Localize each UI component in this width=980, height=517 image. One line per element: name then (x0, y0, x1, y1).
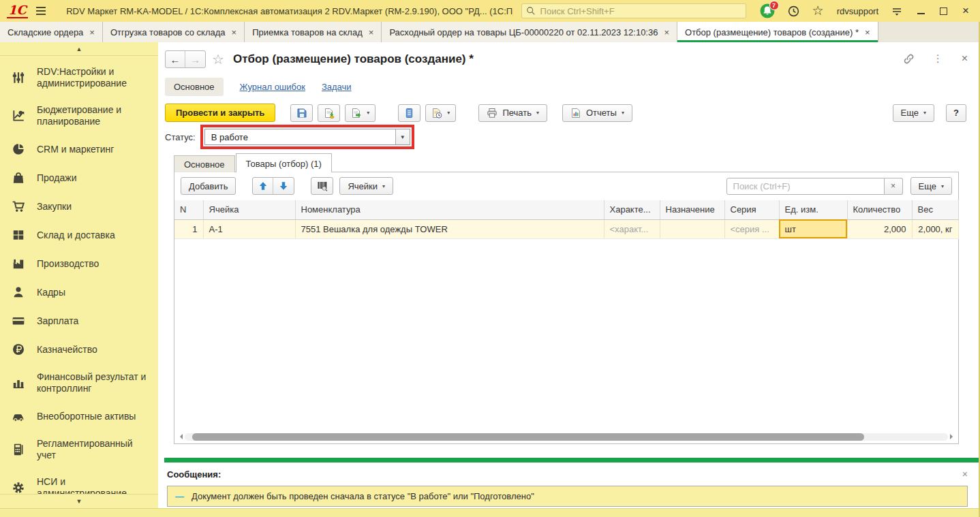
favorite-star-icon[interactable]: ☆ (212, 51, 224, 67)
sidebar-collapse-up[interactable]: ▲ (0, 42, 158, 56)
gear-icon (12, 481, 25, 494)
sidebar-item-regulated-accounting[interactable]: Регламентированный учет (0, 430, 158, 469)
col-cell[interactable]: Ячейка (203, 200, 295, 219)
notifications-button[interactable]: 7 (760, 3, 775, 18)
post-document-button[interactable] (318, 104, 340, 122)
navlink-main[interactable]: Основное (165, 78, 224, 96)
inner-tab-main[interactable]: Основное (174, 155, 235, 172)
sidebar-item-crm[interactable]: CRM и маркетинг (0, 135, 158, 163)
sidebar-item-treasury[interactable]: Казначейство (0, 335, 158, 364)
col-series[interactable]: Серия (724, 200, 779, 219)
sidebar-item-hr[interactable]: Кадры (0, 278, 158, 307)
col-n[interactable]: N (174, 200, 203, 219)
cell-n[interactable]: 1 (174, 219, 203, 238)
table-row[interactable]: 1 А-1 7551 Вешалка для одежды TOWER <хар… (174, 219, 958, 238)
move-row-down-button[interactable] (273, 178, 294, 194)
bank-card-icon (12, 314, 25, 328)
message-item[interactable]: — Документ должен быть проведен сначала … (167, 486, 968, 507)
sidebar-item-fixed-assets[interactable]: Внеоборотные активы (0, 402, 158, 430)
person-icon (12, 285, 25, 299)
help-button[interactable]: ? (946, 104, 966, 122)
col-weight[interactable]: Вес (912, 200, 958, 219)
cell-cell[interactable]: А-1 (203, 219, 295, 238)
col-characteristic[interactable]: Характе... (604, 200, 660, 219)
close-icon[interactable]: × (865, 27, 870, 37)
sidebar-collapse-down[interactable]: ▼ (0, 494, 158, 507)
cell-nomenclature[interactable]: 7551 Вешалка для одежды TOWER (295, 219, 604, 238)
create-based-on-button[interactable]: ▾ (345, 104, 376, 122)
history-icon[interactable] (788, 5, 799, 17)
document-close-icon[interactable]: × (962, 52, 968, 65)
sidebar-item-purchases[interactable]: Закупки (0, 192, 158, 221)
username[interactable]: rdvsupport (837, 6, 878, 16)
close-icon[interactable]: × (369, 27, 374, 37)
history-back-button[interactable]: ← (166, 51, 185, 67)
sidebar-item-nsi-administration[interactable]: НСИ и администрирование (0, 469, 158, 494)
sidebar-item-warehouse[interactable]: Склад и доставка (0, 221, 158, 249)
global-search-input[interactable] (539, 5, 741, 17)
service-menu-icon[interactable] (891, 5, 902, 16)
cell-characteristic[interactable]: <характ... (604, 219, 660, 238)
sidebar-item-rdv-settings[interactable]: RDV:Настройки и администрирование (0, 59, 158, 97)
favorites-star-icon[interactable]: ☆ (812, 5, 824, 17)
move-row-up-button[interactable] (253, 178, 273, 194)
document-log-button[interactable]: ▾ (425, 104, 456, 122)
tab-receiving[interactable]: Приемка товаров на склад × (245, 22, 382, 42)
tab-picking-placement[interactable]: Отбор (размещение) товаров (создание) * … (677, 22, 878, 42)
more-menu-icon[interactable]: ⋮ (933, 52, 943, 65)
horizontal-scrollbar[interactable] (174, 431, 958, 442)
inner-tab-goods[interactable]: Товары (отбор) (1) (236, 153, 332, 172)
save-button[interactable] (290, 104, 313, 122)
add-row-button[interactable]: Добавить (181, 177, 236, 195)
sidebar-item-salary[interactable]: Зарплата (0, 307, 158, 335)
scrollbar-thumb[interactable] (192, 433, 864, 441)
cell-unit-selected[interactable]: шт (779, 219, 847, 238)
sidebar-item-budgeting[interactable]: Бюджетирование и планирование (0, 97, 158, 135)
window-maximize-button[interactable] (940, 7, 947, 15)
status-combobox[interactable]: В работе ▼ (204, 129, 410, 145)
table-search-input[interactable] (726, 178, 885, 195)
navlink-error-log[interactable]: Журнал ошибок (240, 82, 305, 92)
navlink-tasks[interactable]: Задачи (322, 82, 352, 92)
more-button[interactable]: Еще ▾ (893, 104, 934, 122)
post-document-icon (324, 108, 335, 119)
close-icon[interactable]: × (89, 27, 95, 37)
table-more-button[interactable]: Еще ▾ (910, 177, 952, 195)
cell-assignment[interactable] (660, 219, 724, 238)
tab-warehouse-orders[interactable]: Складские ордера × (0, 22, 103, 42)
messages-close-icon[interactable]: × (962, 469, 968, 480)
tab-expense-order[interactable]: Расходный ордер на товары ЦБ-00000220 от… (382, 22, 677, 42)
barcode-scan-button[interactable] (311, 177, 333, 195)
col-unit[interactable]: Ед. изм. (779, 200, 847, 219)
col-quantity[interactable]: Количество (847, 200, 912, 219)
sidebar-item-production[interactable]: Производство (0, 249, 158, 278)
global-search[interactable] (521, 3, 746, 18)
chevron-down-icon: ▾ (382, 183, 385, 189)
search-clear-button[interactable]: × (885, 178, 903, 195)
col-nomenclature[interactable]: Номенклатура (295, 200, 604, 219)
reports-button[interactable]: Отчеты ▾ (562, 104, 632, 122)
post-and-close-button[interactable]: Провести и закрыть (165, 104, 275, 122)
combo-dropdown-button[interactable]: ▼ (395, 129, 410, 144)
sidebar-item-financial-result[interactable]: Финансовый результат и контроллинг (0, 364, 158, 402)
cells-button[interactable]: Ячейки ▾ (339, 177, 393, 195)
history-forward-button[interactable]: → (185, 51, 205, 67)
main-menu-icon[interactable] (36, 7, 46, 15)
cell-weight[interactable]: 2,000, кг (912, 219, 958, 238)
tab-label: Отбор (размещение) товаров (создание) * (685, 27, 859, 37)
document-movements-button[interactable] (398, 104, 420, 122)
cell-series[interactable]: <серия ... (724, 219, 779, 238)
print-button[interactable]: Печать ▾ (478, 104, 547, 122)
close-icon[interactable]: × (664, 27, 669, 37)
window-close-button[interactable]: × (962, 6, 969, 16)
scroll-right-icon[interactable] (950, 434, 955, 439)
cell-quantity[interactable]: 2,000 (847, 219, 912, 238)
scroll-left-icon[interactable] (177, 434, 183, 439)
close-icon[interactable]: × (232, 27, 237, 37)
col-assignment[interactable]: Назначение (660, 200, 724, 219)
window-minimize-button[interactable] (917, 13, 925, 14)
sidebar-item-sales[interactable]: Продажи (0, 163, 158, 192)
tab-shipment[interactable]: Отгрузка товаров со склада × (103, 22, 245, 42)
link-icon[interactable] (903, 53, 915, 65)
printer-icon (487, 108, 497, 119)
